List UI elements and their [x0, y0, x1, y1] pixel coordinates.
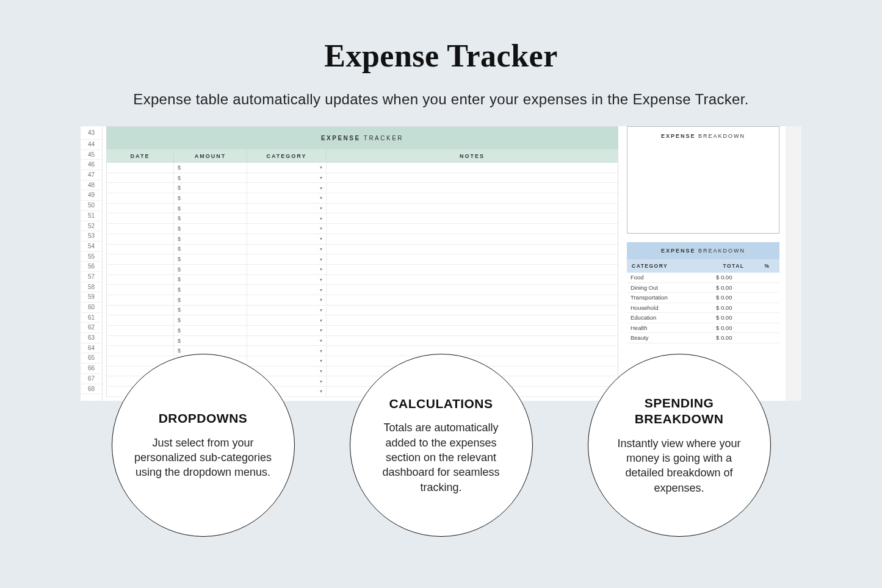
cell-notes[interactable] — [327, 326, 618, 335]
cell-category-dropdown[interactable]: ▾ — [247, 245, 327, 254]
cell-amount[interactable]: $ — [174, 245, 247, 254]
cell-amount[interactable]: $ — [174, 336, 247, 346]
row-number: 45 — [81, 150, 102, 160]
cell-amount[interactable]: $ — [174, 213, 247, 223]
cell-amount[interactable]: $ — [174, 204, 247, 213]
cell-amount[interactable]: $ — [174, 183, 247, 193]
tracker-row[interactable]: $▾ — [107, 213, 618, 224]
cell-amount[interactable]: $ — [174, 254, 247, 264]
cell-date[interactable] — [107, 275, 174, 285]
cell-category-dropdown[interactable]: ▾ — [247, 173, 327, 183]
cell-date[interactable] — [107, 254, 174, 264]
cell-category-dropdown[interactable]: ▾ — [247, 265, 327, 274]
cell-category-dropdown[interactable]: ▾ — [247, 193, 327, 203]
cell-category-dropdown[interactable]: ▾ — [247, 204, 327, 213]
tracker-row[interactable]: $▾ — [107, 254, 618, 265]
cell-amount[interactable]: $ — [174, 173, 247, 183]
tracker-row[interactable]: $▾ — [107, 193, 618, 204]
cell-category-dropdown[interactable]: ▾ — [247, 326, 327, 335]
cell-notes[interactable] — [327, 213, 618, 223]
cell-notes[interactable] — [327, 234, 618, 244]
breakdown-row: Dining Out$ 0.00 — [627, 283, 779, 293]
tracker-row[interactable]: $▾ — [107, 245, 618, 255]
cell-category-dropdown[interactable]: ▾ — [247, 275, 327, 285]
cell-amount[interactable]: $ — [174, 315, 247, 325]
cell-category-dropdown[interactable]: ▾ — [247, 234, 327, 244]
tracker-row[interactable]: $▾ — [107, 295, 618, 306]
cell-notes[interactable] — [327, 183, 618, 193]
cell-date[interactable] — [107, 295, 174, 305]
row-number: 50 — [81, 201, 102, 211]
cell-amount[interactable]: $ — [174, 326, 247, 335]
tracker-row[interactable]: $▾ — [107, 224, 618, 234]
cell-notes[interactable] — [327, 275, 618, 285]
cell-date[interactable] — [107, 326, 174, 335]
cell-notes[interactable] — [327, 265, 618, 274]
cell-date[interactable] — [107, 213, 174, 223]
cell-amount[interactable]: $ — [174, 306, 247, 315]
cell-amount[interactable]: $ — [174, 265, 247, 274]
cell-date[interactable] — [107, 173, 174, 183]
cell-amount[interactable]: $ — [174, 234, 247, 244]
tracker-row[interactable]: $▾ — [107, 163, 618, 173]
cell-amount[interactable]: $ — [174, 193, 247, 203]
cell-date[interactable] — [107, 285, 174, 295]
tracker-row[interactable]: $▾ — [107, 204, 618, 214]
cell-category-dropdown[interactable]: ▾ — [247, 336, 327, 346]
tracker-row[interactable]: $▾ — [107, 285, 618, 295]
cell-category-dropdown[interactable]: ▾ — [247, 224, 327, 234]
cell-notes[interactable] — [327, 163, 618, 173]
tracker-row[interactable]: $▾ — [107, 234, 618, 245]
cell-notes[interactable] — [327, 315, 618, 325]
cell-amount[interactable]: $ — [174, 275, 247, 285]
cell-category-dropdown[interactable]: ▾ — [247, 315, 327, 325]
cell-date[interactable] — [107, 204, 174, 213]
tracker-row[interactable]: $▾ — [107, 265, 618, 275]
chevron-down-icon: ▾ — [320, 257, 322, 262]
cell-date[interactable] — [107, 224, 174, 234]
cell-notes[interactable] — [327, 336, 618, 346]
cell-notes[interactable] — [327, 306, 618, 315]
tracker-row[interactable]: $▾ — [107, 275, 618, 285]
row-number: 43 — [81, 126, 102, 140]
chevron-down-icon: ▾ — [320, 318, 322, 323]
cell-notes[interactable] — [327, 173, 618, 183]
chevron-down-icon: ▾ — [320, 297, 322, 303]
breakdown-cell-category: Health — [627, 324, 712, 331]
cell-notes[interactable] — [327, 224, 618, 234]
cell-category-dropdown[interactable]: ▾ — [247, 254, 327, 264]
tracker-row[interactable]: $▾ — [107, 315, 618, 326]
cell-notes[interactable] — [327, 295, 618, 305]
tracker-row[interactable]: $▾ — [107, 326, 618, 336]
cell-date[interactable] — [107, 193, 174, 203]
cell-notes[interactable] — [327, 245, 618, 254]
tracker-row[interactable]: $▾ — [107, 183, 618, 193]
cell-amount[interactable]: $ — [174, 224, 247, 234]
feature-callouts: DROPDOWNS Just select from your personal… — [0, 354, 882, 537]
cell-date[interactable] — [107, 245, 174, 254]
cell-amount[interactable]: $ — [174, 295, 247, 305]
cell-date[interactable] — [107, 336, 174, 346]
cell-notes[interactable] — [327, 285, 618, 295]
cell-notes[interactable] — [327, 193, 618, 203]
tracker-row[interactable]: $▾ — [107, 173, 618, 184]
cell-category-dropdown[interactable]: ▾ — [247, 183, 327, 193]
cell-category-dropdown[interactable]: ▾ — [247, 295, 327, 305]
tracker-row[interactable]: $▾ — [107, 306, 618, 316]
cell-notes[interactable] — [327, 204, 618, 213]
cell-date[interactable] — [107, 306, 174, 315]
cell-notes[interactable] — [327, 254, 618, 264]
cell-category-dropdown[interactable]: ▾ — [247, 213, 327, 223]
cell-date[interactable] — [107, 234, 174, 244]
cell-date[interactable] — [107, 265, 174, 274]
cell-category-dropdown[interactable]: ▾ — [247, 285, 327, 295]
cell-amount[interactable]: $ — [174, 163, 247, 173]
cell-category-dropdown[interactable]: ▾ — [247, 163, 327, 173]
cell-date[interactable] — [107, 315, 174, 325]
cell-date[interactable] — [107, 183, 174, 193]
row-number: 54 — [81, 242, 102, 252]
cell-date[interactable] — [107, 163, 174, 173]
cell-category-dropdown[interactable]: ▾ — [247, 306, 327, 315]
cell-amount[interactable]: $ — [174, 285, 247, 295]
tracker-row[interactable]: $▾ — [107, 336, 618, 346]
